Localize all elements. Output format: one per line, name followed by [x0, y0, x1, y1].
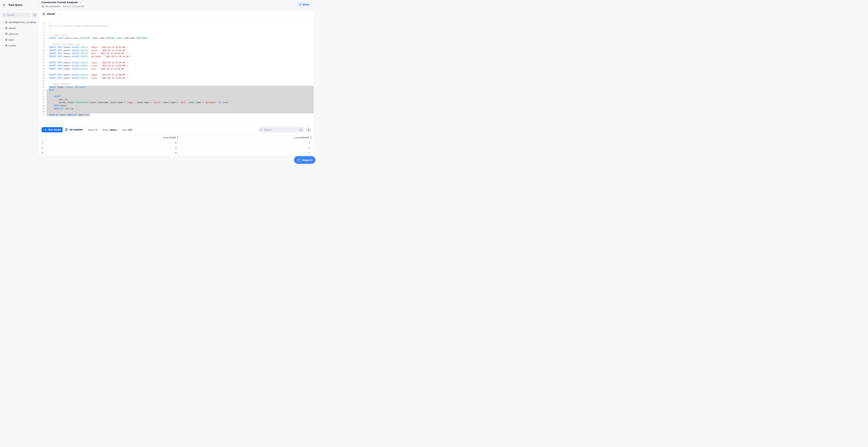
code-line[interactable]: 9INSERT INTO events VALUES(100123, 'logi…	[39, 46, 314, 49]
table-row[interactable]: 121	[39, 140, 314, 145]
code-line[interactable]: 4	[39, 31, 314, 34]
code-text: GROUP BY level ORDER BY level ASC;	[49, 113, 90, 116]
table-row[interactable]: 341	[39, 150, 314, 156]
code-line[interactable]: 12INSERT INTO events VALUES(100123, 'pur…	[39, 55, 314, 58]
code-line[interactable]: 21-- Funnel Analysis	[39, 82, 314, 85]
code-line[interactable]: 2How to Do Conversion Funnel Analysis Wi…	[39, 24, 314, 27]
code-line-content: )	[46, 110, 314, 113]
code-text: SELECT level, count() AS count	[49, 86, 85, 89]
refresh-button[interactable]	[32, 12, 37, 18]
warehouse-label: wh-medium	[69, 128, 83, 131]
code-line[interactable]: 24(	[39, 92, 314, 95]
code-line[interactable]: 6CREATE TABLE events(user_id BIGINT, eve…	[39, 37, 314, 40]
sidebar-search-row	[0, 10, 39, 18]
code-line-content	[46, 79, 314, 82]
code-line[interactable]: 26 user_id,	[39, 98, 314, 101]
search-icon	[3, 14, 6, 16]
sidebar-item-label: nginx	[9, 39, 14, 41]
sidebar-item-information_schema[interactable]: INFORMATION_SCHEMA	[0, 20, 39, 25]
code-line[interactable]: 14INSERT INTO events VALUES(100125, 'log…	[39, 61, 314, 64]
line-number: 27	[39, 101, 46, 104]
line-number: 14	[39, 61, 46, 64]
code-line[interactable]: 31GROUP BY level ORDER BY level ASC;	[39, 113, 314, 116]
help-icon[interactable]: ?	[300, 128, 303, 131]
sidebar-item-ethereum[interactable]: ethereum	[0, 31, 39, 37]
code-line[interactable]: 27 window_funnel(3600000000)(event_times…	[39, 101, 314, 104]
table-row[interactable]: 231	[39, 145, 314, 150]
sidebar-item-system[interactable]: system	[0, 43, 39, 48]
code-line[interactable]: 15INSERT INTO events VALUES(100125, 'vis…	[39, 64, 314, 67]
code-line[interactable]: 3*/	[39, 27, 314, 30]
code-line[interactable]: 11INSERT INTO events VALUES(100123, 'car…	[39, 52, 314, 55]
code-line[interactable]: 29 GROUP BY user_id	[39, 107, 314, 110]
code-line-content	[46, 31, 314, 34]
database-name: default	[47, 12, 55, 15]
stat-times-value: 159ms	[110, 129, 117, 131]
cell-count[interactable]: 1	[179, 145, 313, 150]
code-line[interactable]: 30)	[39, 110, 314, 113]
kebab-menu-icon[interactable]	[177, 136, 178, 139]
column-header-count[interactable]: count [UInt64]	[179, 135, 313, 140]
code-line[interactable]: 5-- Create table.	[39, 34, 314, 37]
line-number: 30	[39, 110, 46, 113]
code-line[interactable]: 20	[39, 79, 314, 82]
results-search-input[interactable]	[264, 128, 298, 131]
code-text: INSERT INTO events VALUES(100126, 'login…	[49, 73, 128, 76]
code-line-content: /*	[46, 22, 314, 24]
results-search[interactable]: ?	[258, 127, 304, 133]
support-button[interactable]: ? Support	[294, 156, 314, 162]
cell-level[interactable]: 4	[46, 150, 179, 156]
code-line[interactable]: 16INSERT INTO events VALUES(100125, 'car…	[39, 67, 314, 70]
download-button[interactable]	[306, 127, 311, 132]
stat-rows-value: 3	[95, 129, 97, 131]
code-line[interactable]: 7	[39, 40, 314, 43]
chevron-down-icon[interactable]	[80, 1, 82, 3]
code-line[interactable]: 13	[39, 58, 314, 61]
code-line[interactable]: 28 FROM events	[39, 104, 314, 107]
sql-editor[interactable]: 1/*2How to Do Conversion Funnel Analysis…	[39, 19, 314, 126]
code-line-content: window_funnel(3600000000)(event_timestam…	[46, 101, 314, 104]
code-line[interactable]: 19INSERT INTO events VALUES(100126, 'vis…	[39, 76, 314, 79]
code-line-content: (	[46, 92, 314, 95]
line-number: 12	[39, 55, 46, 58]
main-area: Conversion Funnel Analysis My worksheet …	[39, 0, 314, 162]
back-button[interactable]	[2, 2, 7, 8]
code-line[interactable]: 17	[39, 70, 314, 73]
code-line[interactable]: 18INSERT INTO events VALUES(100126, 'log…	[39, 73, 314, 76]
cell-count[interactable]: 1	[179, 150, 313, 156]
database-icon	[5, 21, 8, 24]
line-number: 22	[39, 86, 46, 89]
sidebar-item-default[interactable]: default	[0, 25, 39, 31]
code-line[interactable]: 25 SELECT	[39, 95, 314, 98]
line-number: 10	[39, 49, 46, 52]
warehouse-selector[interactable]: wh-medium	[62, 127, 85, 132]
line-number: 11	[39, 52, 46, 55]
code-line[interactable]: 22SELECT level, count() AS count	[39, 86, 314, 89]
sidebar-item-label: ethereum	[9, 33, 19, 35]
cell-level[interactable]: 3	[46, 145, 179, 150]
code-line[interactable]: 10INSERT INTO events VALUES(100123, 'vis…	[39, 49, 314, 52]
results-header-row: level [UInt8] count [UInt64]	[39, 135, 314, 140]
sidebar-search[interactable]	[2, 12, 31, 18]
code-text: SELECT	[49, 95, 61, 98]
cell-count[interactable]: 1	[179, 140, 313, 145]
code-line-content: CREATE TABLE events(user_id BIGINT, even…	[46, 37, 314, 40]
worksheet-title-row[interactable]: Conversion Funnel Analysis	[42, 1, 82, 4]
code-text: INSERT INTO events VALUES(100123, 'purch…	[49, 55, 132, 58]
sidebar-search-input[interactable]	[7, 13, 29, 16]
run-script-button[interactable]: Run Script	[42, 127, 63, 132]
code-line[interactable]: 8-- Insert some sample data.	[39, 43, 314, 46]
column-header-level[interactable]: level [UInt8]	[46, 135, 179, 140]
sidebar-item-nginx[interactable]: nginx	[0, 37, 39, 43]
worksheet-icon	[42, 5, 44, 8]
code-line[interactable]: 23FROM	[39, 89, 314, 92]
stat-size: Size:0 B	[122, 129, 132, 131]
share-button[interactable]: Share	[297, 2, 311, 7]
code-line[interactable]: 1/*	[39, 22, 314, 24]
kebab-menu-icon[interactable]	[311, 136, 311, 139]
code-text: */	[49, 27, 52, 30]
cell-level[interactable]: 2	[46, 140, 179, 145]
code-line-content: */	[46, 27, 314, 30]
warehouse-icon	[65, 128, 68, 131]
database-selector[interactable]: default	[39, 10, 314, 18]
